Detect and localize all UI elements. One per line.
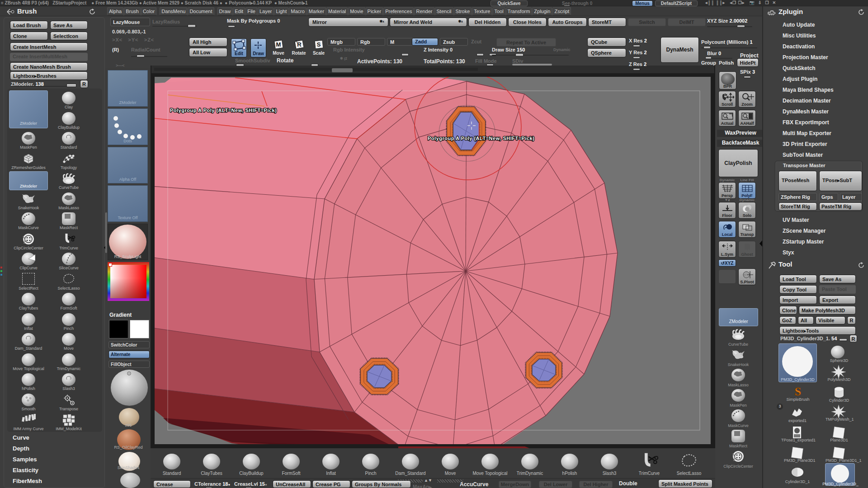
svg-text:R: R [297, 41, 302, 48]
svg-text:S: S [795, 385, 801, 398]
svg-text:M: M [276, 41, 281, 48]
svg-text:Polygroup A Poly (ALT=New, SHI: Polygroup A Poly (ALT=New, SHIFT=Pick) [428, 136, 534, 141]
svg-text:S: S [317, 41, 321, 48]
svg-text:Polygroup A Poly (ALT=New, SHI: Polygroup A Poly (ALT=New, SHIFT=Pick) [170, 108, 277, 113]
